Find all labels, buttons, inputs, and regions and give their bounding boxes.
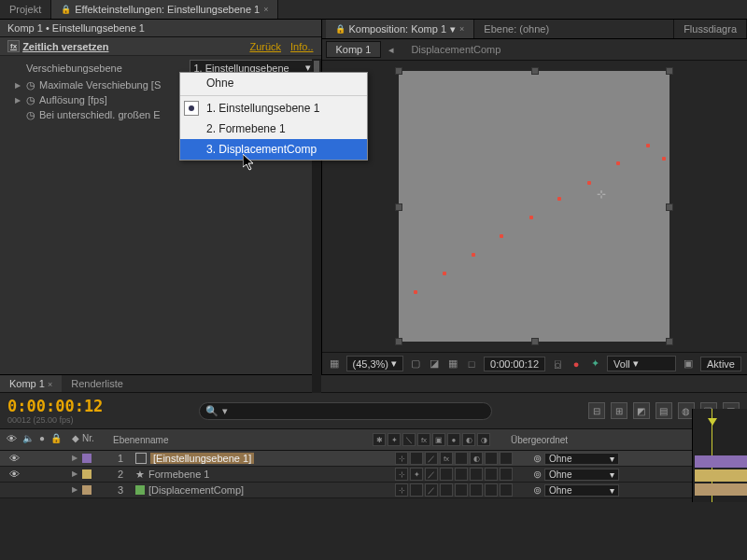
pickwhip-icon[interactable]: ⊚ xyxy=(533,453,542,465)
transform-handle[interactable] xyxy=(666,203,673,211)
layer-row-2[interactable]: 👁 ▶ 2 ★Formebene 1 ⊹✦／ ⊚Ohne▾ xyxy=(0,467,747,483)
timeline-tracks[interactable] xyxy=(692,409,747,502)
timeline-tabs: Komp 1 × Renderliste xyxy=(0,375,747,393)
tab-komp[interactable]: Komp 1 × xyxy=(0,375,62,392)
mouse-cursor-icon xyxy=(243,154,256,171)
option-icon[interactable]: ◪ xyxy=(428,357,441,371)
layer-label-color[interactable] xyxy=(82,454,92,463)
stopwatch-icon[interactable]: ◷ xyxy=(26,95,35,105)
parent-dropdown[interactable]: Ohne▾ xyxy=(544,484,619,497)
layer-index: 1 xyxy=(109,451,132,466)
lock-column-icon: 🔒 xyxy=(50,433,62,446)
close-icon[interactable]: × xyxy=(459,24,464,34)
adjustment-layer-icon xyxy=(135,453,147,464)
transform-handle[interactable] xyxy=(395,338,402,345)
viewport-breadcrumb: Komp 1 ◂ DisplacementComp xyxy=(322,39,748,61)
tool-icon[interactable]: ◩ xyxy=(633,402,650,419)
shape-layer-icon: ★ xyxy=(135,469,145,481)
current-timecode[interactable]: 0:00:00:12 xyxy=(7,397,103,415)
camera-icon[interactable]: ⌼ xyxy=(551,357,564,371)
layer-bar[interactable] xyxy=(695,469,747,482)
layer-source-dropdown-menu: Ohne 1. Einstellungsebene 1 2. Formebene… xyxy=(179,72,368,161)
vtab-komp[interactable]: Komp 1 xyxy=(326,41,382,58)
option-icon[interactable]: ▦ xyxy=(446,357,459,371)
transform-handle[interactable] xyxy=(395,203,402,211)
layer-row-1[interactable]: 👁 ▶ 1 [Einstellungsebene 1] ⊹／fx◐ ⊚Ohne▾ xyxy=(0,451,747,467)
close-icon[interactable]: × xyxy=(48,380,52,389)
tab-ebene[interactable]: Ebene: (ohne) xyxy=(474,20,674,38)
visibility-toggle[interactable]: 👁 xyxy=(9,469,20,480)
dropdown-item-ohne[interactable]: Ohne xyxy=(180,73,367,93)
layer-label-color[interactable] xyxy=(82,469,92,479)
option-icon[interactable]: □ xyxy=(465,357,478,371)
resolution-dropdown[interactable]: Voll▾ xyxy=(607,356,676,371)
visibility-column-icon: 👁 xyxy=(7,433,17,446)
close-icon[interactable]: × xyxy=(263,5,268,14)
option-icon[interactable]: ▢ xyxy=(409,357,422,371)
effect-header: fx Zeitlich versetzen Zurück Info.. xyxy=(0,37,321,56)
zoom-level[interactable]: (45,3%)▾ xyxy=(346,356,404,371)
transform-handle[interactable] xyxy=(666,338,673,345)
tool-icon[interactable]: ⊟ xyxy=(588,402,605,419)
pickwhip-icon[interactable]: ⊚ xyxy=(533,484,542,497)
transform-handle[interactable] xyxy=(666,67,673,75)
tool-icon[interactable]: ⊞ xyxy=(611,402,627,419)
dropdown-item-displacementcomp[interactable]: 3. DisplacementComp xyxy=(180,139,367,160)
channel-icon[interactable]: ✦ xyxy=(588,357,601,371)
grid-icon[interactable]: ▦ xyxy=(328,357,341,371)
prop-label: Auflösung [fps] xyxy=(39,94,107,105)
parent-dropdown[interactable]: Ohne▾ xyxy=(544,453,619,465)
effect-name-label: Zeitlich versetzen xyxy=(22,41,108,52)
transform-handle[interactable] xyxy=(531,67,539,75)
expand-icon[interactable]: ▶ xyxy=(15,96,22,105)
transform-handle[interactable] xyxy=(395,67,402,75)
dropdown-item-formebene[interactable]: 2. Formebene 1 xyxy=(180,119,367,139)
timecode-display[interactable]: 0:00:00:12 xyxy=(484,357,545,371)
tab-label: Komposition: Komp 1 xyxy=(349,23,447,35)
layer-columns-header: 👁 🔈 ● 🔒 ◆Nr. Ebenenname ✱✦＼fx▣●◐◑ Überge… xyxy=(0,429,747,451)
mask-icon[interactable]: ● xyxy=(570,357,583,371)
layer-bar[interactable] xyxy=(695,455,747,468)
layer-row-3[interactable]: ▶ 3 [DisplacementComp] ⊹／ ⊚Ohne▾ xyxy=(0,483,747,498)
expand-icon[interactable]: ▶ xyxy=(72,485,79,495)
lock-icon: 🔒 xyxy=(335,24,345,34)
reset-link[interactable]: Zurück xyxy=(249,41,281,52)
tab-effekt-label: Effekteinstellungen: Einstellungsebene 1 xyxy=(75,4,260,15)
stopwatch-icon[interactable]: ◷ xyxy=(26,110,35,119)
pickwhip-icon[interactable]: ⊚ xyxy=(533,469,542,481)
parent-dropdown[interactable]: Ohne▾ xyxy=(544,469,619,481)
layer-name[interactable]: Formebene 1 xyxy=(148,469,209,480)
layer-bar[interactable] xyxy=(695,483,747,496)
stopwatch-icon[interactable]: ◷ xyxy=(26,80,35,90)
effect-name[interactable]: fx Zeitlich versetzen xyxy=(7,40,108,52)
visibility-toggle[interactable]: 👁 xyxy=(9,453,20,464)
chevron-down-icon[interactable]: ▾ xyxy=(450,23,456,35)
roi-icon[interactable]: ▣ xyxy=(682,357,695,371)
chevron-down-icon: ▾ xyxy=(222,405,228,417)
transform-handle[interactable] xyxy=(531,338,539,345)
active-camera[interactable]: Aktive xyxy=(700,357,741,371)
vtab-displacement[interactable]: DisplacementComp xyxy=(402,42,510,57)
viewport[interactable]: ⊹ xyxy=(322,61,748,352)
tab-renderliste[interactable]: Renderliste xyxy=(62,375,133,392)
search-icon: 🔍 xyxy=(205,405,218,417)
expand-icon[interactable]: ▶ xyxy=(15,81,22,90)
layer-label-color[interactable] xyxy=(82,485,92,495)
dropdown-item-einstellungsebene[interactable]: 1. Einstellungsebene 1 xyxy=(180,98,367,119)
col-nr: Nr. xyxy=(82,433,94,446)
info-link[interactable]: Info.. xyxy=(290,41,313,52)
tab-flussdiagramm[interactable]: Flussdiagra xyxy=(674,20,747,38)
solo-column-icon: ● xyxy=(39,433,45,446)
composition-canvas[interactable]: ⊹ xyxy=(399,71,669,342)
expand-icon[interactable]: ▶ xyxy=(72,469,79,479)
tab-komposition[interactable]: 🔒 Komposition: Komp 1 ▾ × xyxy=(326,20,475,38)
tool-icon[interactable]: ▤ xyxy=(655,402,672,419)
expand-icon[interactable]: ▶ xyxy=(72,454,79,463)
timeline-search[interactable]: 🔍▾ xyxy=(199,402,492,420)
layer-name[interactable]: [DisplacementComp] xyxy=(148,484,244,496)
chevron-left-icon: ◂ xyxy=(388,44,394,56)
layer-name[interactable]: [Einstellungsebene 1] xyxy=(150,453,254,464)
tab-effekteinstellungen[interactable]: 🔒 Effekteinstellungen: Einstellungsebene… xyxy=(51,0,278,19)
col-name: Ebenenname xyxy=(109,431,369,448)
tab-projekt[interactable]: Projekt xyxy=(0,0,51,19)
